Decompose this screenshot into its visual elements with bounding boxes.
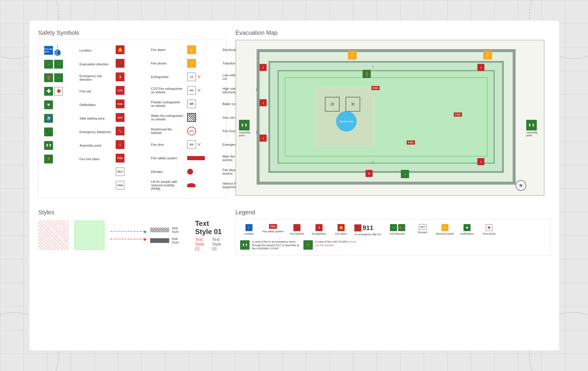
wall-style-1-box — [150, 228, 169, 232]
map-electrical-top: ⚡ — [348, 51, 357, 59]
symbols-box: You are here You are here Location → — [38, 40, 227, 198]
legend-title: Legend — [235, 209, 550, 216]
location-icon-2: You are here — [54, 49, 61, 56]
symbol-row-assembly: ⬆⬆ Assembly point — [44, 140, 112, 151]
assembly-point-right-icon: ⬆⬆ — [526, 120, 537, 130]
legend-location-icon: 🚶 — [245, 224, 253, 231]
symbol-row-elevator: ELV Elevator — [116, 166, 183, 177]
fire-phone-label: Fire phone — [151, 62, 183, 65]
evacuation-icon-1: → — [44, 60, 53, 69]
fire-door-icons: 🚪 — [116, 140, 151, 149]
text-styles: Text Style 01 Text Style 02 Text Style 0… — [195, 219, 227, 251]
powder-icon: PWD — [116, 100, 124, 108]
powder-icons: PWD — [116, 100, 151, 108]
powder-label: Powder extinguisher on wheels — [151, 100, 183, 107]
red-dashed-line: ▶ — [110, 239, 144, 239]
you-are-here-circle: You are here — [336, 111, 357, 132]
prm-label: Lift for people with reduced mobility (P… — [151, 180, 183, 191]
co2-label: CO2 Fire extinguisher on wheels — [151, 87, 183, 94]
symbol-row-hydrant: 🔧 Reinforced fire hydrant — [116, 126, 183, 136]
emergency-exit-icons: 🚪 → — [44, 73, 79, 82]
evacuation-icon-2: → — [54, 60, 63, 69]
symbol-row-prm: PRM Lift for people with reduced mobilit… — [116, 180, 183, 191]
red-arrow-line: ▶ — [110, 239, 144, 239]
elevator-label: Elevator — [151, 170, 183, 173]
extinguisher-icon: 🧯 — [116, 72, 124, 81]
symbol-row-emergency-exit: 🚪 → Emergency exit direction — [44, 72, 112, 83]
extinguisher-label: Extinguisher — [151, 75, 183, 79]
legend-exit-direction-label: Exit direction — [390, 232, 405, 235]
legend-stairs-icon: 🏃 — [303, 240, 313, 250]
legend-extinguisher-label: Extinguisher — [312, 232, 326, 235]
fire-alarm-icons: 🔔 — [116, 45, 151, 54]
emergency-phone-icon: 📞 — [44, 127, 53, 136]
fss-icons: FSS — [116, 154, 151, 163]
location-icons: You are here You are here — [44, 44, 79, 56]
hydrant-icon: 🔧 — [116, 127, 124, 135]
legend-fire-alarm-icon: 🔔 — [338, 224, 345, 231]
elevator-icon: ELV — [116, 167, 124, 176]
styles-box: ▶ ▶ Wall Style Wall Style — [38, 219, 227, 251]
fire-door-label: Fire door — [151, 143, 183, 146]
main-card: Safety Symbols You are here You are here — [29, 21, 559, 350]
emergency-exit-label: Emergency exit direction — [79, 74, 112, 81]
symbol-row-co2: CO2 CO2 Fire extinguisher on wheels — [116, 85, 183, 96]
legend-exit-icon-1: → — [390, 224, 397, 231]
legend-fire-alarm-label: Fire alarm — [335, 232, 347, 235]
first-aid-icon-2: ✚ — [54, 87, 63, 96]
map-container: ✕ ✕ You are here FSS FSS FSS ↑ ↓ ↓ ↓ → 🧯… — [235, 40, 544, 196]
safe-waiting-icon: ♿ — [44, 114, 53, 123]
assembly-point-left-icon: ⬆⬆ — [239, 120, 250, 130]
es-icons: ES ✂️ — [187, 140, 222, 149]
symbol-row-water: H2O Water fire extinguisher on wheels — [116, 112, 183, 123]
legend-item-assembly-notice: ⬆⬆ In case of fire or an emergency leave… — [240, 240, 299, 251]
symbol-col-1: You are here You are here Location → — [43, 44, 114, 193]
north-label: N — [519, 183, 522, 188]
water-icon: H2O — [116, 113, 124, 122]
symbol-row-fire-exit-stairs: 🏃 Fire exit stairs — [44, 154, 112, 164]
legend-electrical-panel-icon: ⚡ — [441, 224, 449, 231]
legend-911-phone-icon: 📞 — [354, 224, 361, 231]
symbol-row-powder: PWD Powder extinguisher on wheels — [116, 99, 183, 109]
legend-defibrillator-icon: ♥ — [464, 224, 471, 231]
wall-style-2: Wall Style — [150, 237, 183, 244]
evacuation-map-section: Evacuation Map — [235, 29, 550, 196]
fire-phone-icons: 📞 — [116, 59, 151, 68]
map-defibrillator: ♥ — [366, 170, 373, 177]
legend-hydrant-label: Fire hydrant — [290, 232, 304, 235]
wall-styles: Wall Style Wall Style — [150, 226, 183, 244]
map-exit-sign-top: 🚪 — [363, 70, 371, 78]
co2-icon: CO2 — [116, 86, 124, 95]
red-arrow-head: ▶ — [144, 237, 147, 241]
fss-icon: FSS — [116, 154, 124, 163]
legend-item-elevator: ELV Elevator — [414, 224, 431, 234]
map-extinguisher-5: 🧯 — [477, 158, 484, 165]
fss-label: Fire safety system — [151, 156, 183, 160]
electrical-icon: ⚡ — [187, 45, 196, 54]
legend-item-911: 📞 911 An emergency dial 911 — [354, 224, 381, 236]
wall-style-2-box — [150, 238, 169, 243]
legend-section: Legend 🚶 Location FSS Fire safety system… — [235, 209, 550, 255]
wall-style-1: Wall Style — [150, 226, 183, 233]
defibrillator-label: Defibrillator — [79, 103, 112, 107]
legend-elevator-icon: ELV — [419, 224, 427, 230]
legend-item-exit-direction: → 🚪→ Exit direction — [386, 224, 409, 235]
gas-icon — [187, 113, 196, 122]
style-hatched-box — [38, 221, 69, 250]
legend-911-row: 📞 911 — [354, 224, 373, 232]
wall-style-2-label: Wall Style — [172, 237, 183, 244]
arrow-down-bottom: ↓ — [371, 158, 374, 164]
water-label: Water fire extinguisher on wheels — [151, 114, 183, 121]
you-are-here-text: You are here — [339, 120, 353, 123]
extinguisher-icons: 🧯 — [116, 72, 151, 81]
elevator-icons: ELV — [116, 167, 151, 176]
fire-exit-stairs-icons: 🏃 — [44, 155, 79, 163]
safety-symbols-title: Safety Symbols — [38, 29, 227, 36]
legend-location-label: Location — [244, 232, 254, 235]
legend-item-first-aid-kit: ✚ First aid kit — [480, 224, 498, 235]
north-compass: N — [516, 180, 526, 191]
defibrillator-icon: ♥ — [44, 100, 53, 109]
legend-stairs-text-1: In case of fire USE STAIRS — [315, 240, 348, 243]
symbol-row-fss: FSS Fire safety system — [116, 153, 183, 163]
room-x-2: ✕ — [346, 97, 360, 112]
